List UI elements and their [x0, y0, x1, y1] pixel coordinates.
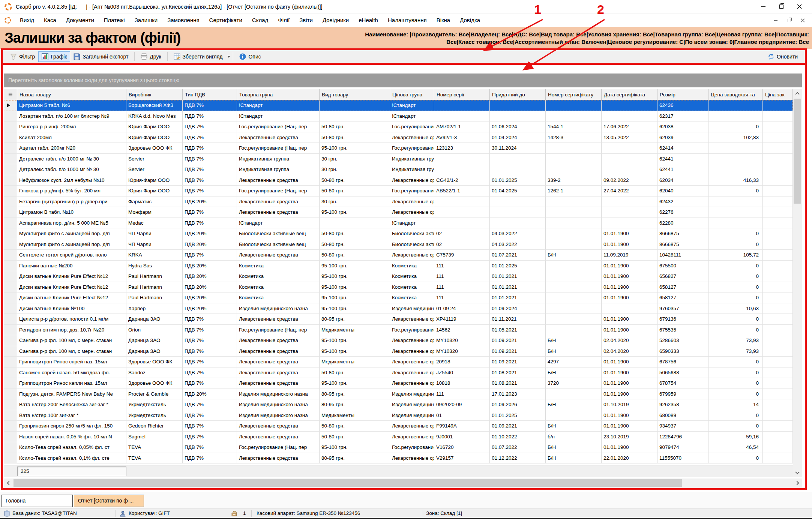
column-header-8[interactable]: Номер сертифікату [546, 89, 602, 100]
column-header-0[interactable]: Назва товару [17, 89, 126, 100]
table-row[interactable]: Сангива р-р фл. 100 мл, с мерн. стаканДа… [4, 335, 793, 346]
horizontal-scrollbar[interactable] [4, 478, 802, 488]
mdi-minimize-icon [774, 20, 777, 21]
scroll-down-arrow[interactable] [793, 468, 802, 477]
table-row[interactable]: Палочки ватные №200Hydra SasПДВ 20%Косме… [4, 261, 793, 272]
column-header-7[interactable]: Придатний до [490, 89, 546, 100]
table-row[interactable]: Аспарагиназа пор. д/ин. 5 000 МЕ №5Medac… [4, 218, 793, 229]
table-row[interactable]: Назол спрей назал. 0,05 % фл. 10 мл NSag… [4, 432, 793, 442]
table-row[interactable]: Саномен спрей назал. 50 мкг/доза фл.Sand… [4, 368, 793, 378]
column-header-11[interactable]: Цена заводская-та [708, 89, 763, 100]
menu-item-3[interactable]: Платежі [99, 14, 130, 27]
table-row[interactable]: Ацетал табл. 200мг N20Здоровье ООО ФКПДВ… [4, 143, 793, 154]
group-by-panel[interactable]: Перетягніть заголовок колонки сюди для у… [4, 74, 802, 87]
menu-item-1[interactable]: Каса [39, 14, 61, 27]
cell: 01.01.2021 [490, 271, 546, 282]
table-row[interactable]: Глюкоза р-р д/инф. 5% бут. 200 млЮрия-Фа… [4, 186, 793, 196]
table-row[interactable]: Подгузн. детск. PAMPERS New Baby NeProct… [4, 389, 793, 400]
table-row[interactable]: Диски ватные Клиник Pure Effect №12Paul … [4, 271, 793, 282]
table-row[interactable]: Септолете тотал спрей д/ротов. полоKRKAП… [4, 250, 793, 261]
table-row[interactable]: Диски ватные Клиник №100ХарперПДВ 20%Изд… [4, 303, 793, 314]
grid-corner-cell[interactable] [4, 89, 17, 100]
print-button[interactable]: Друк [137, 51, 164, 62]
table-row[interactable]: Целиста р-р д/ротов. полости 0,1 мг/мДар… [4, 314, 793, 325]
table-row[interactable]: Детралекс табл. п/о 1000 мг № 30ServierП… [4, 164, 793, 175]
menu-item-10[interactable]: Довідники [318, 14, 354, 27]
table-row[interactable]: Ксило-Тева спрей назал. 0,1% фл. стеTEVA… [4, 453, 793, 464]
cell: 01.01.1900 [602, 389, 657, 400]
cell: Харпер [126, 303, 183, 314]
table-row[interactable]: Сангива р-р фл. 100 мл, с мерн. стаканДа… [4, 346, 793, 357]
chevron-down-scroll-icon [795, 470, 799, 474]
column-header-9[interactable]: Дата сертифіката [602, 89, 657, 100]
table-row[interactable]: Детралекс табл. п/о 1000 мг № 30ServierП… [4, 154, 793, 165]
restore-button[interactable] [774, 2, 789, 12]
table-row[interactable]: Мультигрип фито с эхинацеей пор. д/пЧП Ч… [4, 228, 793, 239]
menu-item-5[interactable]: Замовлення [162, 14, 204, 27]
table-row[interactable]: Диски ватные Клиник Pure Effect №12Paul … [4, 282, 793, 293]
cell: Лекарственные ср [390, 368, 434, 378]
column-header-2[interactable]: Тип ПДВ [183, 89, 237, 100]
cell: Б/Н [546, 453, 602, 464]
column-header-1[interactable]: Виробник [126, 89, 183, 100]
column-header-6[interactable]: Номер серії [434, 89, 490, 100]
tab-home[interactable]: Головна [2, 495, 73, 507]
cell: 46,54 [708, 442, 763, 453]
table-row[interactable]: Лозартан табл. п/о 100 мг блистер №9KRKA… [4, 111, 793, 122]
export-button[interactable]: Загальний експорт [70, 51, 132, 62]
menu-item-0[interactable]: Вихід [15, 14, 39, 27]
menu-item-12[interactable]: Налаштування [383, 14, 432, 27]
column-header-3[interactable]: Товарна група [237, 89, 320, 100]
table-row[interactable]: Мультигрип фито с эхинацеей пор. д/пЧП Ч… [4, 239, 793, 250]
chevron-down-icon[interactable] [227, 56, 230, 58]
table-row[interactable]: Ксилат 200млЮрия-Фарм ОООПДВ 7%Лекарстве… [4, 132, 793, 143]
cell: 0 [708, 368, 763, 378]
chart-button[interactable]: Графік [38, 51, 70, 62]
cell: Б/Н [546, 346, 602, 357]
table-row[interactable]: Рингера р-р инф. 200млЮрия-Фарм ОООПДВ 7… [4, 122, 793, 132]
scroll-up-arrow[interactable] [793, 89, 802, 98]
vertical-scroll-thumb[interactable] [794, 99, 801, 204]
column-header-10[interactable]: Розмір [657, 89, 708, 100]
menu-item-13[interactable]: Вікна [432, 14, 455, 27]
menu-item-9[interactable]: Звіти [294, 14, 318, 27]
mdi-minimize-button[interactable] [771, 16, 780, 24]
menu-item-7[interactable]: Склад [247, 14, 273, 27]
column-header-5[interactable]: Цінова група [390, 89, 434, 100]
menu-item-2[interactable]: Документи [61, 14, 99, 27]
menu-item-14[interactable]: Довідка [455, 14, 485, 27]
table-row[interactable]: Небуфлюзон сусп. 2мл небулы №10Юрия-Фарм… [4, 175, 793, 186]
table-row[interactable]: Ксило-Тева спрей назал. 0,05% фл. стTEVA… [4, 442, 793, 453]
table-row[interactable]: Регидрон оптим пор. доз. 10,7г №20OrionП… [4, 325, 793, 336]
minimize-button[interactable] [756, 2, 771, 12]
scroll-left-arrow[interactable] [4, 478, 13, 488]
info-button[interactable]: Опис [236, 51, 264, 62]
table-row[interactable]: Вата н/стер.200г Белоснежка зиг-заг *Укр… [4, 399, 793, 410]
table-row[interactable]: Гриппоцитрон Ринос капли наз. 15млЗдоров… [4, 378, 793, 389]
table-row[interactable]: Гриппоцитрон Ринос спрей наз. 15млЗдоров… [4, 357, 793, 368]
menu-item-8[interactable]: Філії [273, 14, 294, 27]
column-header-4[interactable]: Вид товару [320, 89, 390, 100]
menu-item-4[interactable]: Залишки [130, 14, 163, 27]
table-row[interactable]: Гропринозин сироп 250 мг/5 мл фл. 150Ged… [4, 421, 793, 432]
mdi-restore-button[interactable] [784, 16, 794, 24]
table-row[interactable]: Диски ватные Клиник Pure Effect №12Paul … [4, 292, 793, 303]
menu-item-11[interactable]: eHealth [354, 14, 383, 27]
refresh-button[interactable]: Оновити [764, 51, 801, 62]
column-header-12[interactable]: Ціна зак [763, 89, 793, 100]
scroll-right-arrow[interactable] [793, 478, 802, 488]
row-indicator [4, 196, 17, 207]
vertical-scrollbar[interactable] [793, 89, 802, 477]
save-view-button[interactable]: Зберегти вигляд [170, 51, 226, 62]
menu-item-6[interactable]: Сертифікати [204, 14, 247, 27]
mdi-close-button[interactable] [798, 16, 807, 24]
table-row[interactable]: Бетаргин (цитраргинин) р-р д/пер.приФарм… [4, 196, 793, 207]
tab-report-active[interactable]: Отчет [Остатки по ф ... [74, 495, 144, 507]
table-row[interactable]: Цитрамон В табл. №10МонфармПДВ 7%Лекарст… [4, 207, 793, 218]
table-row[interactable]: Цитрамон 5 табл. №6Борщаговский ХФЗПДВ 7… [4, 100, 793, 111]
close-button[interactable] [792, 2, 807, 12]
horizontal-scroll-thumb[interactable] [14, 479, 682, 487]
cell: 675500 [657, 261, 708, 272]
table-row[interactable]: Вата н/стер.100г зиг-заг *Укрмедтекстиль… [4, 410, 793, 421]
filter-button[interactable]: Фільтр [7, 51, 38, 62]
